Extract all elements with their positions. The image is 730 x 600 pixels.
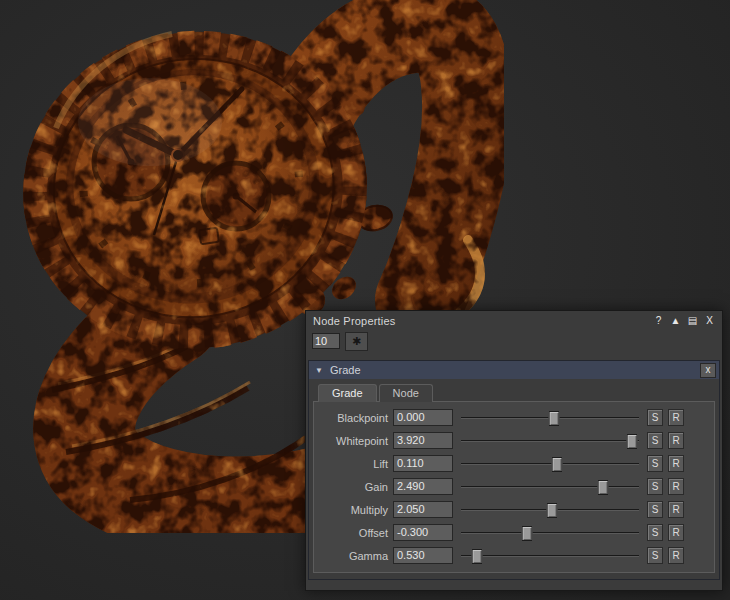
param-row-gain: Gain 2.490 S R [320,475,684,498]
reset-button[interactable]: R [668,409,684,426]
slider-track [461,486,639,488]
reset-button[interactable]: R [668,547,684,564]
sample-button[interactable]: S [647,478,663,495]
param-value-field[interactable]: 0.000 [393,409,453,426]
param-label: Gain [320,481,388,493]
node-properties-panel: Node Properties ? ▲ ▤ X ✱ ▼ Grade x Grad… [305,310,723,591]
grade-node-panel: ▼ Grade x Grade Node Blackpoint 0.000 S … [308,360,720,580]
sample-button[interactable]: S [647,547,663,564]
panel-toolbar: ✱ [306,329,722,351]
reset-button[interactable]: R [668,478,684,495]
param-row-blackpoint: Blackpoint 0.000 S R [320,406,684,429]
slider-handle[interactable] [598,480,609,495]
node-title: Grade [330,364,361,376]
tab-node[interactable]: Node [379,384,433,402]
param-value-field[interactable]: -0.300 [393,524,453,541]
date-window [199,228,219,244]
param-label: Offset [320,527,388,539]
param-slider[interactable] [461,547,639,564]
param-row-whitepoint: Whitepoint 3.920 S R [320,429,684,452]
slider-track [461,555,639,557]
param-label: Gamma [320,550,388,562]
subdial-right [203,163,269,229]
param-slider[interactable] [461,432,639,449]
param-value-field[interactable]: 3.920 [393,432,453,449]
param-row-multiply: Multiply 2.050 S R [320,498,684,521]
panel-title: Node Properties [313,315,396,327]
param-slider[interactable] [461,478,639,495]
tab-bar: Grade Node [309,379,719,402]
grade-node-header[interactable]: ▼ Grade x [309,361,719,379]
param-value-field[interactable]: 2.490 [393,478,453,495]
panel-titlebar[interactable]: Node Properties ? ▲ ▤ X [306,311,722,329]
pin-properties-button[interactable]: ✱ [345,332,368,351]
reset-button[interactable]: R [668,455,684,472]
param-slider[interactable] [461,409,639,426]
reset-button[interactable]: R [668,432,684,449]
reset-button[interactable]: R [668,501,684,518]
slider-handle[interactable] [552,457,563,472]
pin-icon: ✱ [352,335,361,348]
param-value-field[interactable]: 0.110 [393,455,453,472]
sample-button[interactable]: S [647,432,663,449]
collapse-icon[interactable]: ▼ [315,366,323,375]
param-row-gamma: Gamma 0.530 S R [320,544,684,567]
sample-button[interactable]: S [647,501,663,518]
close-panel-icon[interactable]: X [703,314,716,327]
help-icon[interactable]: ? [652,314,665,327]
sample-button[interactable]: S [647,409,663,426]
max-panels-input[interactable] [312,333,340,349]
param-label: Whitepoint [320,435,388,447]
sample-button[interactable]: S [647,455,663,472]
slider-track [461,532,639,534]
param-slider[interactable] [461,501,639,518]
slider-track [461,440,639,442]
tab-grade[interactable]: Grade [318,384,377,402]
param-slider[interactable] [461,455,639,472]
slider-handle[interactable] [546,503,557,518]
stack-panels-icon[interactable]: ▤ [686,314,699,327]
slider-handle[interactable] [626,434,637,449]
param-slider[interactable] [461,524,639,541]
param-label: Multiply [320,504,388,516]
param-label: Blackpoint [320,412,388,424]
param-label: Lift [320,458,388,470]
param-list: Blackpoint 0.000 S R Whitepoint 3.920 S … [313,401,715,573]
param-value-field[interactable]: 2.050 [393,501,453,518]
slider-handle[interactable] [472,549,483,564]
param-value-field[interactable]: 0.530 [393,547,453,564]
titlebar-icons: ? ▲ ▤ X [652,314,716,327]
slider-track [461,463,639,465]
reset-button[interactable]: R [668,524,684,541]
param-row-offset: Offset -0.300 S R [320,521,684,544]
node-close-button[interactable]: x [700,363,716,378]
face-glare [78,78,222,166]
param-row-lift: Lift 0.110 S R [320,452,684,475]
slider-handle[interactable] [548,411,559,426]
sample-button[interactable]: S [647,524,663,541]
float-panel-icon[interactable]: ▲ [669,314,682,327]
slider-handle[interactable] [521,526,532,541]
